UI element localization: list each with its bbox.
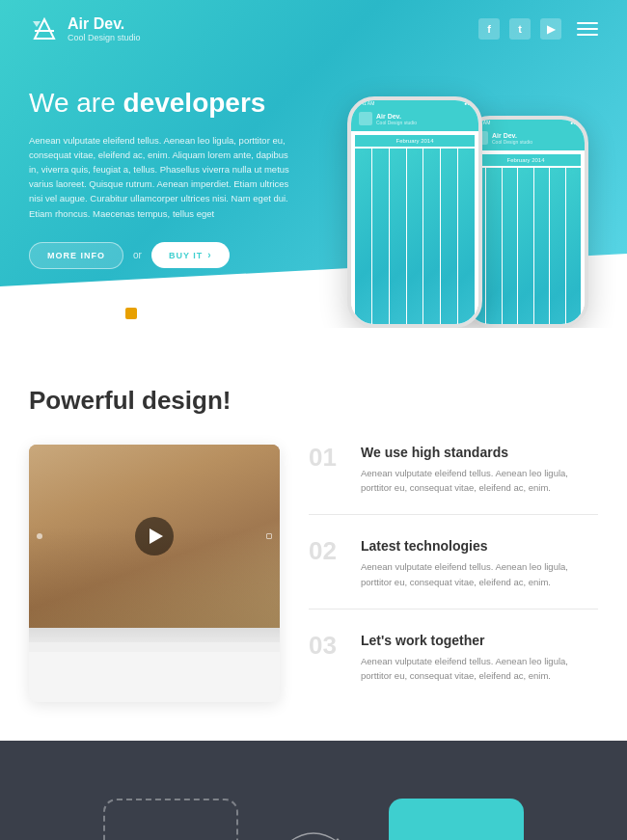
partners-bar: photodune themeforest graphicriver [29,298,299,321]
feature-title-1: We use high standards [361,445,583,460]
svg-marker-2 [33,21,41,27]
phone-header-front: Air Dev. Cool Design studio [351,106,478,131]
navigation: Air Dev. Cool Design studio f t ▶ [0,0,627,58]
more-info-button[interactable]: MORE INFO [29,242,123,269]
photodune-icon [29,308,41,319]
feature-item-3: 03 Let's work together Aenean vulputate … [309,633,598,702]
brand-name-block: Air Dev. Cool Design studio [68,15,141,42]
feature-desc-2: Aenean vulputate eleifend tellus. Aenean… [361,559,583,588]
video-dot-left [37,533,42,539]
phone-screen-front: 9:41 AM ●●● Air Dev. Cool Design studio … [351,100,478,324]
menu-line-1 [577,22,598,24]
partner-themeforest: themeforest [125,308,192,319]
phone-calendar-front: February 2014 S M T W T F S [351,131,478,328]
feature-desc-3: Aenean vulputate eleifend tellus. Aenean… [361,654,583,683]
logo-icon [29,14,60,44]
phone-brand-front: Air Dev. [376,113,417,120]
partner-divider-1 [107,306,108,321]
calendar-grid-back: S M T W T F S 1 [471,168,581,328]
feature-content-3: Let's work together Aenean vulputate ele… [361,633,583,683]
curved-arrows-svg [280,815,347,840]
buy-it-button[interactable]: BUY IT › [151,242,230,268]
result-box [389,799,524,840]
twitter-icon[interactable]: t [509,18,531,40]
partner-photodune: photodune [29,308,90,319]
video-box [29,445,280,702]
phone-screen-back: 9:41 AM ●●● Air Dev. Cool Design studio … [467,120,585,324]
phone-mockup-front: 9:41 AM ●●● Air Dev. Cool Design studio … [347,96,482,328]
graphicriver-icon [228,308,239,319]
design-content-grid: 01 We use high standards Aenean vulputat… [29,445,598,702]
hero-title: We are developers [29,87,299,120]
themeforest-label: themeforest [141,308,192,318]
themeforest-icon [125,308,137,319]
hero-description: Aenean vulputate eleifend tellus. Aenean… [29,133,299,221]
phone-brand-back: Air Dev. [492,132,532,139]
feature-desc-1: Aenean vulputate eleifend tellus. Aenean… [361,466,583,495]
hero-section: We are developers Aenean vulputate eleif… [0,58,627,328]
facebook-icon[interactable]: f [478,18,500,40]
feature-title-3: Let's work together [361,633,583,648]
menu-line-2 [577,28,598,30]
hero-title-prefix: We are [29,88,123,118]
photodune-label: photodune [44,308,90,318]
feature-number-2: 02 [309,538,343,588]
feature-number-3: 03 [309,633,343,683]
feature-content-2: Latest technologies Aenean vulputate ele… [361,538,583,588]
hero-left-content: We are developers Aenean vulputate eleif… [29,77,318,328]
design-section: Powerful design! 01 We u [0,328,627,741]
brand-logo: Air Dev. Cool Design studio [29,14,141,44]
nav-icons-group: f t ▶ [478,18,598,40]
partner-graphicriver: graphicriver [228,308,293,319]
brand-subtitle: Cool Design studio [68,33,141,42]
idea-box: Your idea [103,799,238,840]
partner-divider-2 [209,306,210,321]
graphicriver-label: graphicriver [243,308,293,318]
feature-item-2: 02 Latest technologies Aenean vulputate … [309,538,598,609]
buy-arrow-icon: › [207,250,211,260]
design-section-title: Powerful design! [29,386,598,416]
phone-header-back: Air Dev. Cool Design studio [467,125,585,150]
brand-title: Air Dev. [68,15,141,33]
video-dot-right [266,533,272,539]
phone-calendar-back: February 2014 S M T W T F S [467,150,585,328]
video-base [29,642,280,652]
features-list: 01 We use high standards Aenean vulputat… [309,445,598,702]
menu-line-3 [577,34,598,36]
bottom-section: Your idea [0,741,627,840]
youtube-icon[interactable]: ▶ [540,18,561,40]
feature-item-1: 01 We use high standards Aenean vulputat… [309,445,598,515]
hero-title-bold: developers [123,88,266,118]
header-section: Air Dev. Cool Design studio f t ▶ We are… [0,0,627,328]
video-play-button[interactable] [135,517,174,555]
or-label: or [133,250,142,260]
feature-number-1: 01 [309,445,343,495]
video-shadow [29,628,280,642]
hero-buttons: MORE INFO or BUY IT › [29,242,299,269]
play-triangle-icon [150,528,163,544]
phone-logo-front [359,112,372,125]
feature-title-2: Latest technologies [361,538,583,554]
phone-mockups: 9:41 AM ●●● Air Dev. Cool Design studio … [318,77,598,328]
video-thumbnail [29,445,280,628]
calendar-grid-front: S M T W T F S 1 [355,149,475,328]
hamburger-menu-icon[interactable] [577,22,598,36]
feature-content-1: We use high standards Aenean vulputate e… [361,445,583,495]
